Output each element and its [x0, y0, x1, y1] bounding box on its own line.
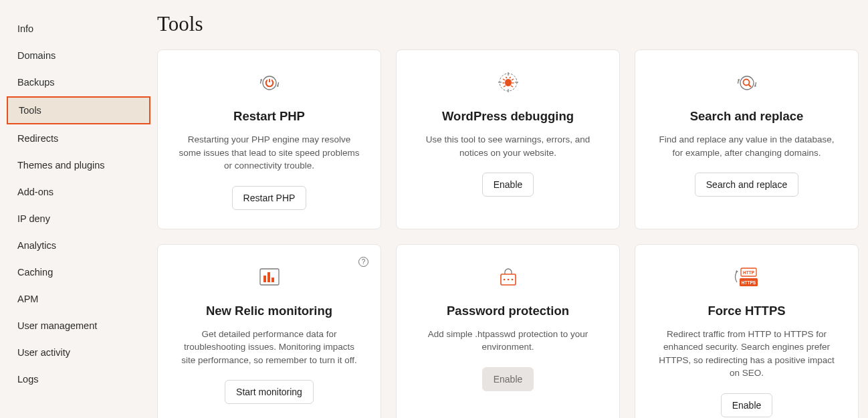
card-desc: Restarting your PHP engine may resolve s…	[177, 133, 362, 173]
sidebar-item-caching[interactable]: Caching	[7, 259, 150, 285]
sidebar-item-logs[interactable]: Logs	[7, 367, 150, 392]
tool-cards: Restart PHP Restarting your PHP engine m…	[157, 49, 861, 418]
sidebar-item-themes-plugins[interactable]: Themes and plugins	[7, 152, 150, 178]
sidebar-item-info[interactable]: Info	[7, 16, 150, 41]
svg-point-27	[503, 278, 505, 280]
sidebar-item-user-management[interactable]: User management	[7, 313, 150, 338]
card-desc: Use this tool to see warnings, errors, a…	[415, 133, 601, 159]
sidebar-item-tools[interactable]: Tools	[7, 96, 150, 124]
svg-rect-23	[263, 276, 266, 282]
svg-rect-25	[272, 278, 274, 282]
sidebar-item-add-ons[interactable]: Add-ons	[7, 179, 150, 205]
svg-point-28	[507, 278, 509, 280]
card-wp-debugging: WordPress debugging Use this tool to see…	[396, 49, 620, 229]
card-password-protection: Password protection Add simple .htpasswd…	[396, 244, 620, 418]
help-icon[interactable]: ?	[358, 257, 368, 267]
sidebar-item-ip-deny[interactable]: IP deny	[7, 206, 150, 231]
sidebar-item-domains[interactable]: Domains	[7, 43, 150, 68]
svg-text:HTTPS: HTTPS	[741, 280, 756, 284]
wp-debug-enable-button[interactable]: Enable	[482, 173, 534, 197]
lock-icon	[496, 265, 520, 289]
svg-line-12	[512, 79, 514, 80]
svg-line-18	[510, 77, 511, 78]
page-title: Tools	[157, 12, 861, 36]
card-restart-php: Restart PHP Restarting your PHP engine m…	[157, 49, 381, 229]
sidebar-item-apm[interactable]: APM	[7, 286, 150, 312]
card-title: New Relic monitoring	[206, 304, 332, 318]
force-https-enable-button[interactable]: Enable	[721, 393, 773, 417]
card-force-https: HTTP HTTPS Force HTTPS Redirect traffic …	[635, 244, 859, 418]
svg-line-17	[506, 77, 507, 78]
sidebar-item-user-activity[interactable]: User activity	[7, 340, 150, 365]
card-title: Restart PHP	[233, 109, 305, 124]
sidebar-item-redirects[interactable]: Redirects	[7, 126, 150, 151]
svg-line-11	[503, 79, 505, 80]
card-desc: Add simple .htpasswd protection to your …	[415, 328, 601, 354]
sidebar: Info Domains Backups Tools Redirects The…	[0, 0, 157, 418]
svg-line-15	[504, 86, 506, 87]
svg-rect-24	[267, 272, 270, 282]
restart-php-icon	[257, 70, 282, 94]
svg-text:HTTP: HTTP	[743, 270, 755, 274]
password-enable-button[interactable]: Enable	[482, 367, 534, 391]
main-content: Tools Restart PHP Restarting yo	[157, 0, 868, 418]
svg-line-16	[511, 86, 513, 87]
card-search-replace: Search and replace Find and replace any …	[635, 49, 859, 229]
card-desc: Redirect traffic from HTTP to HTTPS for …	[654, 328, 839, 380]
bar-chart-icon	[257, 265, 282, 289]
search-replace-icon	[735, 70, 759, 94]
card-new-relic: ? New Relic monitoring Get detailed perf…	[157, 244, 381, 418]
card-title: Force HTTPS	[708, 304, 785, 318]
sidebar-item-backups[interactable]: Backups	[7, 70, 150, 95]
svg-point-10	[505, 79, 512, 86]
https-icon: HTTP HTTPS	[733, 265, 761, 289]
search-replace-button[interactable]: Search and replace	[695, 173, 798, 197]
start-monitoring-button[interactable]: Start monitoring	[225, 380, 314, 404]
bug-icon	[496, 70, 520, 94]
card-title: WordPress debugging	[442, 109, 574, 124]
restart-php-button[interactable]: Restart PHP	[232, 186, 307, 210]
svg-point-20	[743, 80, 749, 86]
svg-point-19	[740, 76, 754, 90]
card-title: Search and replace	[690, 109, 804, 124]
svg-line-21	[748, 85, 751, 88]
card-desc: Find and replace any value in the databa…	[654, 133, 839, 159]
svg-point-29	[511, 278, 513, 280]
card-title: Password protection	[447, 304, 569, 318]
card-desc: Get detailed performance data for troubl…	[177, 328, 362, 367]
sidebar-item-analytics[interactable]: Analytics	[7, 233, 150, 258]
